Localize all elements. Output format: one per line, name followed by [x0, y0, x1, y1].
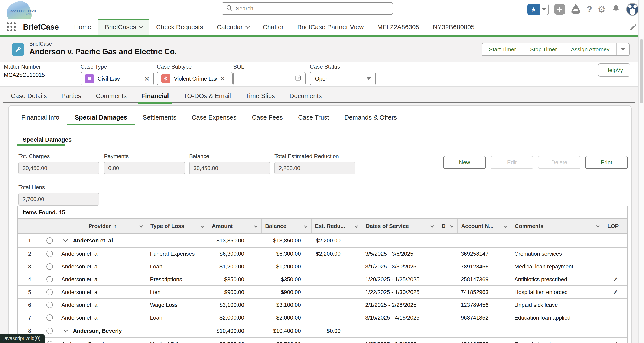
- subtab-demands-offers[interactable]: Demands & Offers: [337, 111, 404, 124]
- radio-button[interactable]: [46, 263, 53, 270]
- tab-to-dos-email[interactable]: TO-DOs & Email: [176, 90, 238, 102]
- app-launcher-icon[interactable]: [7, 22, 16, 32]
- table-row[interactable]: 3Anderson et. alLoan$1,200.00$1,200.003/…: [18, 260, 628, 273]
- scrollbar-thumb[interactable]: [640, 39, 643, 103]
- table-row[interactable]: 6Anderson et. alWage Loss$3,100.00$3,100…: [18, 299, 628, 312]
- column-menu-icon: [504, 224, 508, 228]
- column-label: Comments: [515, 223, 544, 230]
- table-row[interactable]: 5Anderson et. alLien$900.00$900.001/22/2…: [18, 286, 628, 299]
- column-header-provider[interactable]: Provider↑: [58, 218, 146, 234]
- nav-tab-home[interactable]: Home: [67, 19, 98, 35]
- special-damages-table: Items Found: 15 Provider↑Type of LossAmo…: [18, 206, 628, 343]
- column-header-dates-of-service[interactable]: Dates of Service: [362, 218, 438, 234]
- start-timer-button[interactable]: Start Timer: [482, 44, 523, 56]
- column-header-type-of-loss[interactable]: Type of Loss: [146, 218, 208, 234]
- subtab-financial-info[interactable]: Financial Info: [14, 111, 67, 124]
- table-row[interactable]: 7Anderson et. alLoan$2,000.00$2,000.003/…: [18, 312, 628, 324]
- column-header-lop[interactable]: LOP: [604, 218, 628, 234]
- notifications-bell-icon[interactable]: [611, 4, 620, 15]
- comments-cell: Cremation services: [511, 248, 604, 260]
- column-header-est-redu[interactable]: Est. Redu...: [311, 218, 362, 234]
- help-icon[interactable]: ?: [587, 4, 592, 14]
- tab-time-slips[interactable]: Time Slips: [238, 90, 282, 102]
- sol-label: SOL: [233, 64, 306, 70]
- subtab-case-fees[interactable]: Case Fees: [244, 111, 290, 124]
- table-row[interactable]: 1Anderson et. al$13,850.00$13,850.00$2,2…: [18, 234, 628, 248]
- radio-button[interactable]: [46, 289, 53, 295]
- nav-tab-label: Calendar: [217, 24, 243, 31]
- table-row[interactable]: 8Anderson, Beverly$10,400.00$10,400.00$0…: [18, 324, 628, 338]
- case-status-select[interactable]: Open: [310, 72, 376, 86]
- radio-button[interactable]: [46, 237, 53, 244]
- user-avatar[interactable]: [626, 3, 639, 16]
- provider-name: Anderson et. al: [61, 276, 99, 283]
- column-menu-icon: [354, 224, 358, 228]
- setup-gear-icon[interactable]: ⚙: [598, 5, 606, 14]
- column-menu-icon: [450, 224, 454, 228]
- favorites-dropdown[interactable]: [540, 4, 549, 15]
- tab-parties[interactable]: Parties: [54, 90, 88, 102]
- global-add-icon[interactable]: [554, 4, 565, 15]
- column-header-account-n[interactable]: Account N...: [457, 218, 511, 234]
- radio-button[interactable]: [46, 276, 53, 282]
- dates-of-service-cell: 2/1/2025 - 2/28/2025: [362, 299, 438, 311]
- search-input[interactable]: [236, 5, 388, 12]
- case-subtype-pill[interactable]: ⚙ Violent Crime Law ✕: [157, 72, 233, 86]
- vertical-scrollbar[interactable]: [638, 0, 644, 343]
- case-status-label: Case Status: [310, 64, 376, 70]
- edit-pencil-icon[interactable]: [629, 23, 637, 33]
- balance-cell: $1,200.00: [261, 260, 311, 273]
- radio-button[interactable]: [46, 302, 53, 308]
- nav-tab-mfl22a86305[interactable]: MFL22A86305: [370, 19, 426, 35]
- table-row[interactable]: 2Anderson et. alFuneral Expenses$6,300.0…: [18, 248, 628, 260]
- lop-cell: ✓: [604, 338, 628, 343]
- column-header-comments[interactable]: Comments: [511, 218, 604, 234]
- subtab-case-trust[interactable]: Case Trust: [290, 111, 337, 124]
- column-header-amount[interactable]: Amount: [208, 218, 261, 234]
- table-row[interactable]: 9Anderson, BeverlyMedical Bills$2,700.00…: [18, 338, 628, 343]
- nav-tab-check-requests[interactable]: Check Requests: [150, 19, 210, 35]
- tab-documents[interactable]: Documents: [282, 90, 329, 102]
- assign-attorney-button[interactable]: Assign Attorney: [564, 44, 617, 56]
- case-type-pill[interactable]: Civil Law ✕: [80, 72, 154, 86]
- comments-cell: Hospital lien enforced: [511, 286, 604, 298]
- radio-button[interactable]: [46, 341, 53, 343]
- global-search[interactable]: [222, 2, 393, 15]
- group-expand-icon: [63, 328, 68, 332]
- helpvy-button[interactable]: HelpVy: [598, 64, 630, 77]
- amount-cell: $6,300.00: [208, 248, 261, 260]
- row-radio-cell: [41, 248, 58, 260]
- radio-button[interactable]: [46, 250, 53, 257]
- record-actions-more-button[interactable]: [617, 44, 629, 56]
- column-header-d[interactable]: D: [438, 218, 457, 234]
- remove-icon[interactable]: ✕: [220, 75, 225, 82]
- app-name: BriefCase: [23, 22, 59, 32]
- nav-tab-ny32b680805[interactable]: NY32B680805: [426, 19, 481, 35]
- remove-icon[interactable]: ✕: [144, 75, 150, 82]
- stop-timer-button[interactable]: Stop Timer: [524, 44, 564, 56]
- column-header-balance[interactable]: Balance: [261, 218, 311, 234]
- subtab-settlements[interactable]: Settlements: [135, 111, 184, 124]
- radio-button[interactable]: [46, 328, 53, 334]
- comments-cell: [511, 324, 604, 338]
- nav-tab-chatter[interactable]: Chatter: [256, 19, 290, 35]
- subtab-special-damages[interactable]: Special Damages: [67, 111, 135, 124]
- table-row[interactable]: 4Anderson et. alPrescriptions$350.00$350…: [18, 273, 628, 286]
- payments-label: Payments: [104, 153, 185, 160]
- tab-comments[interactable]: Comments: [88, 90, 134, 102]
- tab-financial[interactable]: Financial: [134, 90, 176, 102]
- sol-date-input[interactable]: [233, 72, 306, 86]
- trailhead-icon[interactable]: [570, 3, 581, 16]
- utility-bar: ★ ? ⚙ ACCESS2JUSTICE .COM: [0, 0, 644, 19]
- print-button[interactable]: Print: [585, 156, 628, 169]
- nav-tab-briefcase-partner-view[interactable]: BriefCase Partner View: [290, 19, 370, 35]
- nav-tab-briefcases[interactable]: BriefCases: [98, 19, 150, 35]
- favorite-star-icon[interactable]: ★: [528, 4, 540, 15]
- tab-case-details[interactable]: Case Details: [4, 90, 54, 102]
- provider-cell: Anderson et. al: [58, 312, 146, 324]
- subtab-case-expenses[interactable]: Case Expenses: [184, 111, 244, 124]
- new-button[interactable]: New: [443, 156, 486, 169]
- calendar-icon[interactable]: [295, 74, 301, 83]
- radio-button[interactable]: [46, 314, 53, 321]
- nav-tab-calendar[interactable]: Calendar: [210, 19, 256, 35]
